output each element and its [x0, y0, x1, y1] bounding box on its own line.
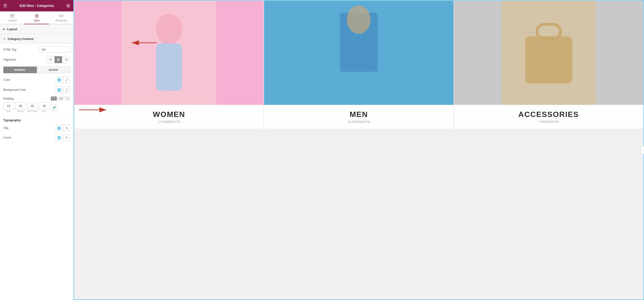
padding-top-label: TOP	[6, 110, 11, 112]
categories-grid: WOMEN 17 PRODUCTS	[74, 1, 644, 299]
canvas-wrapper: WOMEN 17 PRODUCTS	[74, 0, 644, 300]
content-icon	[10, 14, 14, 18]
category-item-accessories[interactable]: ACCESSORIES 7 PRODUCTS	[454, 1, 644, 129]
padding-label: Padding	[3, 97, 14, 100]
padding-left-input[interactable]	[39, 102, 50, 110]
tabs-bar: Content Style Advanced	[0, 12, 74, 24]
sidebar-collapse-handle[interactable]: ‹	[641, 146, 644, 154]
align-center-button[interactable]	[54, 56, 62, 63]
tab-content-label: Content	[8, 19, 17, 22]
svg-rect-10	[57, 60, 59, 60]
svg-rect-14	[65, 60, 68, 61]
unit-em[interactable]: EM	[58, 97, 64, 101]
typography-count-label: Count	[3, 136, 11, 139]
category-content-body: HTML Tag Alignment NORMAL	[0, 44, 74, 115]
svg-rect-8	[49, 60, 52, 61]
align-right-button[interactable]	[62, 56, 70, 63]
color-controls: 🌐 ╱	[56, 77, 70, 83]
accessories-illustration	[454, 1, 643, 105]
category-content-section-header[interactable]: ▼ Category Content	[0, 34, 74, 44]
main-area: ‹ WOMEN 17 PRODUCTS	[74, 0, 644, 300]
svg-rect-7	[49, 60, 51, 60]
html-tag-label: HTML Tag	[3, 48, 16, 51]
bg-color-globe-button[interactable]: 🌐	[56, 87, 62, 93]
women-photo	[74, 1, 264, 105]
svg-point-22	[347, 6, 371, 34]
svg-rect-9	[57, 59, 60, 59]
svg-rect-17	[156, 43, 182, 91]
tab-content[interactable]: Content	[0, 12, 24, 24]
tab-advanced[interactable]: Advanced	[49, 12, 74, 24]
men-label-box: MEN 14 PRODUCTS	[264, 105, 453, 129]
accessories-name: ACCESSORIES	[518, 110, 579, 119]
color-globe-button[interactable]: 🌐	[56, 77, 62, 83]
padding-right-input[interactable]	[15, 102, 26, 110]
accessories-label-box: ACCESSORIES 7 PRODUCTS	[454, 105, 643, 129]
layout-arrow-icon: ▶	[3, 28, 5, 31]
padding-left-label: LEFT	[42, 110, 47, 112]
svg-rect-24	[525, 36, 572, 83]
category-content-arrow-icon: ▼	[3, 38, 6, 40]
html-tag-control	[39, 47, 70, 53]
hamburger-icon[interactable]: ☰	[3, 3, 7, 8]
unit-percent[interactable]: %	[65, 97, 70, 101]
women-name: WOMEN	[153, 110, 185, 119]
padding-top-input[interactable]	[3, 102, 14, 110]
html-tag-input[interactable]	[39, 47, 70, 53]
men-illustration	[264, 1, 453, 105]
align-center-icon	[57, 58, 60, 61]
tab-style[interactable]: Style	[24, 12, 49, 24]
men-photo	[264, 1, 453, 105]
count-globe-button[interactable]: 🌐	[56, 134, 62, 141]
normal-toggle[interactable]: NORMAL	[3, 67, 37, 73]
hover-toggle[interactable]: HOVER	[37, 67, 70, 73]
padding-bottom-label: BOTTOM	[28, 110, 37, 112]
background-color-controls: 🌐 ╱	[56, 87, 70, 93]
svg-rect-0	[11, 14, 14, 18]
color-row: Color 🌐 ╱	[3, 77, 70, 83]
category-item-women[interactable]: WOMEN 17 PRODUCTS	[74, 1, 264, 129]
alignment-buttons	[47, 56, 70, 63]
svg-rect-6	[49, 59, 52, 59]
category-item-men[interactable]: MEN 14 PRODUCTS	[264, 1, 454, 129]
svg-point-4	[36, 16, 37, 17]
women-illustration	[74, 1, 264, 105]
unit-px[interactable]: PX	[51, 97, 57, 101]
women-label-box: WOMEN 17 PRODUCTS	[74, 105, 264, 129]
tab-advanced-label: Advanced	[55, 19, 67, 22]
accessories-count: 7 PRODUCTS	[538, 120, 559, 124]
padding-bottom-wrap: BOTTOM	[27, 102, 38, 112]
color-label: Color	[3, 78, 10, 82]
bg-color-edit-button[interactable]: ╱	[64, 87, 70, 93]
svg-point-5	[60, 16, 62, 17]
padding-left-wrap: LEFT	[39, 102, 50, 112]
sidebar: ☰ Edit Woo - Categories ⊞ Content Style	[0, 0, 74, 300]
padding-inputs: TOP RIGHT BOTTOM LEFT 🔗	[3, 102, 70, 112]
advanced-icon	[59, 14, 64, 18]
padding-bottom-input[interactable]	[27, 102, 38, 110]
typography-count-controls: 🌐 ✎	[56, 134, 70, 141]
layout-section-header[interactable]: ▶ Layout	[0, 24, 74, 34]
typography-count-row: Count 🌐 ✎	[3, 134, 70, 141]
title-edit-button[interactable]: ✎	[64, 125, 70, 131]
women-count: 17 PRODUCTS	[158, 120, 180, 124]
color-edit-button[interactable]: ╱	[64, 77, 70, 83]
alignment-row: Alignment	[3, 56, 70, 63]
align-left-button[interactable]	[47, 56, 54, 63]
accessories-photo	[454, 1, 643, 105]
svg-point-16	[156, 14, 182, 45]
men-name: MEN	[350, 110, 368, 119]
count-edit-button[interactable]: ✎	[64, 134, 70, 141]
padding-section: Padding PX EM % TOP RIGHT BOTT	[3, 97, 70, 112]
layout-title: Layout	[7, 27, 17, 31]
title-globe-button[interactable]: 🌐	[56, 125, 62, 131]
padding-top-wrap: TOP	[3, 102, 14, 112]
align-left-icon	[49, 58, 52, 61]
category-content-title: Category Content	[8, 37, 34, 41]
svg-rect-11	[57, 60, 60, 61]
alignment-label: Alignment	[3, 58, 16, 61]
sidebar-header: ☰ Edit Woo - Categories ⊞	[0, 0, 74, 12]
html-tag-row: HTML Tag	[3, 47, 70, 53]
padding-link-button[interactable]: 🔗	[51, 104, 58, 111]
grid-icon[interactable]: ⊞	[66, 3, 70, 8]
